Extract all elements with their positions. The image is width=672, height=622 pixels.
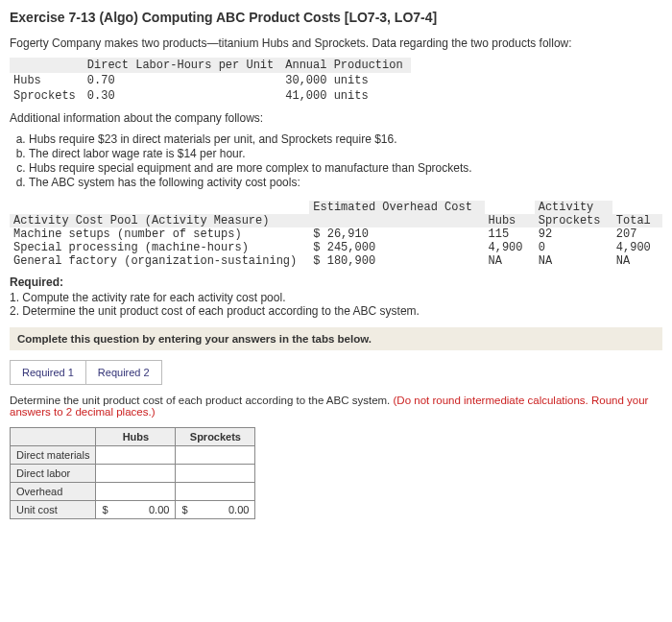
input-cell[interactable] (176, 483, 255, 501)
input-cell[interactable] (96, 483, 176, 501)
row-name: Hubs (10, 73, 84, 88)
required-list: 1. Compute the activity rate for each ac… (10, 291, 662, 318)
unit-cost-sprockets[interactable]: $ 0.00 (176, 501, 255, 519)
activity-pool-table: Estimated Overhead Cost Activity Activit… (10, 201, 662, 268)
row-name: Sprockets (10, 88, 84, 104)
exercise-title: Exercise 7-13 (Algo) Computing ABC Produ… (10, 10, 662, 25)
col-dlh: Direct Labor-Hours per Unit (84, 58, 281, 73)
col-hubs: Hubs (96, 428, 176, 446)
input-cell[interactable] (176, 446, 255, 465)
complete-instruction: Complete this question by entering your … (10, 327, 662, 350)
row-label: Unit cost (11, 501, 96, 519)
col-annual-prod: Annual Production (281, 58, 410, 73)
required-heading: Required: (10, 275, 63, 289)
note-item: Hubs require $23 in direct materials per… (29, 132, 662, 146)
tabs: Required 1 Required 2 (10, 360, 662, 385)
input-cell[interactable] (176, 465, 255, 483)
intro-text: Fogerty Company makes two products—titan… (10, 36, 662, 50)
col-sprockets: Sprockets (176, 428, 255, 446)
tab-instructions: Determine the unit product cost of each … (10, 395, 662, 418)
note-item: Hubs require special equipment and are m… (29, 161, 662, 175)
tab-required-2[interactable]: Required 2 (85, 360, 162, 385)
tab-required-1[interactable]: Required 1 (10, 360, 85, 385)
answer-table: Hubs Sprockets Direct materials Direct l… (10, 427, 255, 519)
row-label: Direct labor (11, 465, 96, 483)
input-cell[interactable] (96, 465, 176, 483)
note-item: The direct labor wage rate is $14 per ho… (29, 147, 662, 160)
input-cell[interactable] (96, 446, 176, 465)
product-table: Direct Labor-Hours per Unit Annual Produ… (10, 58, 411, 104)
unit-cost-hubs[interactable]: $ 0.00 (96, 501, 176, 519)
row-label: Direct materials (11, 446, 96, 465)
row-label: Overhead (11, 483, 96, 501)
notes-list: Hubs require $23 in direct materials per… (29, 132, 662, 189)
note-item: The ABC system has the following activit… (29, 176, 662, 189)
additional-info-heading: Additional information about the company… (10, 111, 662, 125)
